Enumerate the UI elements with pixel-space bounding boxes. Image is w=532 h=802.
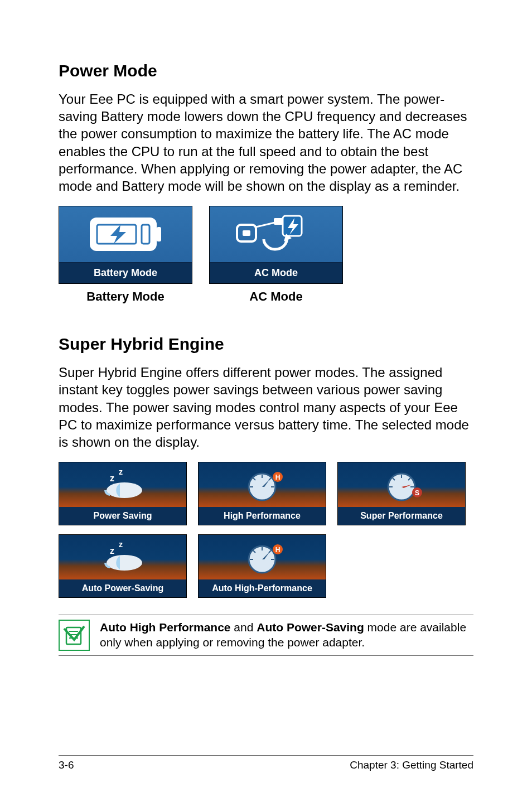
svg-point-14	[107, 482, 142, 498]
svg-point-35	[107, 555, 142, 571]
heading-power-mode: Power Mode	[59, 61, 473, 80]
battery-mode-caption: Battery Mode	[59, 289, 192, 304]
auto-high-performance-illustration: H	[199, 535, 326, 579]
svg-text:H: H	[275, 474, 280, 481]
page-number: 3-6	[59, 759, 74, 771]
auto-high-performance-label: Auto High-Performance	[199, 579, 326, 597]
power-saving-label: Power Saving	[59, 507, 186, 525]
she-mode-grid: z z Power Saving H	[59, 462, 473, 598]
note-bold-1: Auto High Performance	[100, 621, 231, 634]
svg-text:H: H	[275, 546, 280, 554]
auto-power-saving-illustration: z z	[59, 535, 186, 579]
battery-mode-strip-label: Battery Mode	[59, 262, 192, 283]
svg-text:z: z	[110, 474, 114, 483]
paragraph-power-mode: Your Eee PC is equipped with a smart pow…	[59, 90, 473, 195]
ac-mode-caption: AC Mode	[209, 289, 343, 304]
svg-rect-1	[157, 227, 161, 241]
svg-rect-8	[274, 218, 283, 225]
ac-mode-strip-label: AC Mode	[210, 262, 342, 283]
auto-high-performance-tile: H Auto High-Performance	[198, 534, 326, 598]
power-mode-tiles: Battery Mode AC Mode	[59, 206, 473, 284]
high-performance-tile: H High Performance	[198, 462, 326, 525]
svg-text:z: z	[119, 540, 123, 549]
paragraph-super-hybrid: Super Hybrid Engine offers different pow…	[59, 364, 473, 451]
super-performance-label: Super Performance	[338, 507, 465, 525]
svg-line-7	[256, 223, 275, 227]
page-footer: 3-6 Chapter 3: Getting Started	[59, 755, 473, 771]
note-block: Auto High Performance and Auto Power-Sav…	[59, 615, 473, 656]
note-mid: and	[231, 621, 257, 634]
power-saving-tile: z z Power Saving	[59, 462, 187, 525]
power-mode-captions: Battery Mode AC Mode	[59, 289, 473, 304]
ac-mode-tile: AC Mode	[209, 206, 343, 284]
battery-mode-tile: Battery Mode	[59, 206, 192, 284]
svg-text:z: z	[110, 546, 114, 555]
battery-mode-illustration	[59, 206, 192, 262]
note-bold-2: Auto Power-Saving	[257, 621, 364, 634]
high-performance-illustration: H	[199, 462, 326, 507]
note-text: Auto High Performance and Auto Power-Sav…	[100, 620, 473, 650]
ac-mode-illustration	[210, 206, 342, 262]
svg-rect-6	[243, 230, 250, 236]
super-performance-tile: S Super Performance	[337, 462, 466, 525]
super-performance-illustration: S	[338, 462, 465, 507]
auto-power-saving-label: Auto Power-Saving	[59, 579, 186, 597]
power-saving-illustration: z z	[59, 462, 186, 507]
chapter-label: Chapter 3: Getting Started	[350, 759, 473, 771]
svg-text:z: z	[119, 468, 123, 476]
note-icon	[59, 620, 90, 651]
high-performance-label: High Performance	[199, 507, 326, 525]
auto-power-saving-tile: z z Auto Power-Saving	[59, 534, 187, 598]
svg-text:S: S	[415, 489, 419, 497]
heading-super-hybrid: Super Hybrid Engine	[59, 335, 473, 354]
svg-rect-45	[66, 627, 81, 644]
